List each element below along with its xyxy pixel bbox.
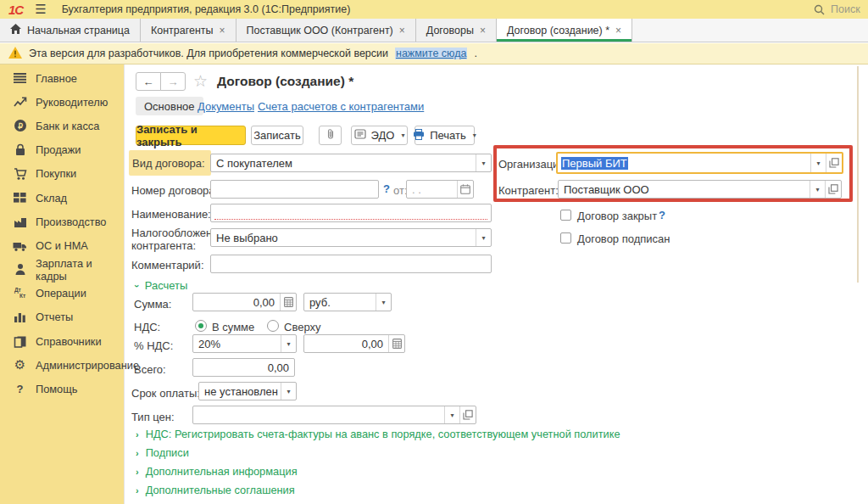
nav-forward-button[interactable]: → bbox=[160, 72, 186, 91]
tab-home[interactable]: Начальная страница bbox=[0, 19, 141, 42]
form-scrollbar[interactable] bbox=[857, 66, 859, 283]
sidebar-item-zarplata-i-kadry[interactable]: Зарплата и кадры bbox=[0, 258, 124, 282]
open-link-icon[interactable] bbox=[825, 181, 841, 198]
sidebar-item-pokupki[interactable]: Покупки bbox=[0, 162, 124, 186]
vat-label: НДС: bbox=[134, 321, 160, 333]
open-link-icon[interactable] bbox=[826, 154, 842, 172]
tab-kontragenty[interactable]: Контрагенты × bbox=[141, 19, 236, 42]
chevron-down-icon[interactable]: ▾ bbox=[476, 154, 491, 171]
contract-closed-checkbox[interactable] bbox=[560, 210, 571, 221]
close-icon[interactable]: × bbox=[480, 25, 486, 36]
nav-back-button[interactable]: ← bbox=[136, 72, 161, 91]
sidebar-item-glavnoe[interactable]: Главное bbox=[0, 66, 124, 90]
save-and-close-button[interactable]: Записать и закрыть bbox=[136, 126, 246, 145]
help-icon[interactable]: ? bbox=[659, 209, 665, 221]
price-type-input[interactable]: ▾ bbox=[192, 406, 476, 424]
cart-icon bbox=[13, 167, 27, 181]
sidebar-item-label: Покупки bbox=[36, 167, 76, 180]
svg-text:₽: ₽ bbox=[18, 122, 23, 131]
help-icon[interactable]: ? bbox=[383, 182, 390, 195]
gear-icon: ⚙ bbox=[13, 358, 27, 372]
close-icon[interactable]: × bbox=[399, 25, 405, 36]
print-button[interactable]: Печать ▾ bbox=[415, 126, 475, 145]
form-tab-osnovnoe[interactable]: Основное bbox=[136, 97, 203, 115]
calculations-section-toggle[interactable]: › Расчеты bbox=[136, 279, 187, 292]
close-icon[interactable]: × bbox=[220, 25, 225, 36]
form-tab-scheta-raschetov[interactable]: Счета расчетов с контрагентами bbox=[258, 100, 424, 113]
chevron-down-icon[interactable]: ▾ bbox=[281, 335, 296, 352]
tab-dogovory[interactable]: Договоры × bbox=[416, 19, 497, 42]
sidebar-item-pomoshch[interactable]: ? Помощь bbox=[0, 377, 124, 400]
currency-select[interactable]: руб. ▾ bbox=[303, 293, 392, 311]
expander-dop-informaciya[interactable]: › Дополнительная информация bbox=[136, 465, 298, 478]
sidebar-item-prodazhi[interactable]: Продажи bbox=[0, 138, 124, 162]
sidebar-item-label: Отчеты bbox=[36, 311, 73, 323]
favorite-star-icon[interactable]: ☆ bbox=[193, 71, 208, 91]
contract-signed-checkbox[interactable] bbox=[560, 232, 571, 244]
expander-vat-invoices[interactable]: › НДС: Регистрировать счета-фактуры на а… bbox=[136, 428, 620, 440]
sidebar-item-label: ОС и НМА bbox=[36, 239, 88, 252]
chevron-down-icon[interactable]: ▾ bbox=[810, 181, 825, 198]
sidebar-item-proizvodstvo[interactable]: Производство bbox=[0, 210, 124, 233]
payment-term-select[interactable]: не установлен ▾ bbox=[198, 382, 297, 400]
open-link-icon[interactable] bbox=[459, 406, 476, 423]
chevron-down-icon[interactable]: ▾ bbox=[476, 229, 491, 246]
contract-number-input[interactable] bbox=[210, 180, 379, 199]
sidebar-item-operacii[interactable]: ДтКт Операции bbox=[0, 282, 124, 305]
taxation-select[interactable]: Не выбрано ▾ bbox=[210, 228, 492, 247]
counterparty-select[interactable]: Поставщик ООО ▾ bbox=[558, 180, 842, 199]
vat-on-top-radio[interactable] bbox=[267, 320, 279, 332]
contract-date-input[interactable]: . . bbox=[406, 180, 474, 199]
tab-label: Поставщик ООО (Контрагент) bbox=[247, 25, 393, 36]
amount-input[interactable]: 0,00 bbox=[192, 293, 297, 311]
global-search[interactable]: Поиск bbox=[812, 0, 868, 19]
close-icon[interactable]: × bbox=[615, 25, 621, 36]
vat-in-sum-radio[interactable] bbox=[195, 320, 207, 332]
chevron-down-icon[interactable]: ▾ bbox=[376, 294, 391, 311]
home-icon bbox=[10, 24, 21, 36]
warning-link[interactable]: нажмите сюда bbox=[395, 48, 467, 59]
trend-chart-icon bbox=[13, 95, 27, 109]
comment-input[interactable] bbox=[210, 255, 492, 273]
chevron-right-icon: › bbox=[136, 485, 139, 496]
sidebar-item-spravochniki[interactable]: Справочники bbox=[0, 329, 124, 353]
sidebar-item-rukovoditelyu[interactable]: Руководителю bbox=[0, 90, 124, 114]
chevron-down-icon[interactable]: ▾ bbox=[281, 383, 296, 400]
sidebar-item-sklad[interactable]: Склад bbox=[0, 186, 124, 210]
chevron-down-icon[interactable]: ▾ bbox=[810, 154, 826, 172]
tab-dogovor-sozdanie[interactable]: Договор (создание) * × bbox=[497, 19, 632, 42]
factory-icon bbox=[13, 215, 27, 228]
attach-button[interactable] bbox=[319, 126, 342, 145]
sidebar-item-os-i-nma[interactable]: ОС и НМА bbox=[0, 233, 124, 257]
organization-select[interactable]: Первый БИТ ▾ bbox=[556, 152, 843, 174]
tab-postavshchik[interactable]: Поставщик ООО (Контрагент) × bbox=[236, 19, 416, 42]
counterparty-label: Контрагент: bbox=[498, 184, 559, 197]
calendar-icon[interactable] bbox=[457, 181, 473, 198]
edo-button[interactable]: ЭДО ▾ bbox=[351, 126, 408, 145]
contract-signed-label: Договор подписан bbox=[577, 232, 670, 245]
vat-rate-select[interactable]: 20% ▾ bbox=[192, 334, 297, 353]
name-label: Наименование: bbox=[131, 208, 211, 221]
chevron-down-icon[interactable]: ▾ bbox=[444, 406, 459, 423]
main-menu-icon[interactable]: ☰ bbox=[35, 0, 46, 19]
expander-label: Подписи bbox=[146, 446, 189, 459]
calculator-icon[interactable] bbox=[388, 335, 404, 352]
sidebar-item-label: Руководителю bbox=[36, 96, 108, 109]
form-tab-dokumenty[interactable]: Документы bbox=[198, 100, 254, 113]
calculator-icon[interactable] bbox=[280, 294, 296, 311]
vat-amount-input[interactable]: 0,00 bbox=[303, 334, 405, 353]
truck-icon bbox=[13, 238, 27, 252]
expander-dop-soglasheniya[interactable]: › Дополнительные соглашения bbox=[136, 484, 295, 496]
contract-type-select[interactable]: С покупателем ▾ bbox=[210, 154, 492, 172]
vat-amount-value: 0,00 bbox=[304, 335, 388, 352]
sidebar-item-otchety[interactable]: Отчеты bbox=[0, 305, 124, 329]
sidebar-item-administrirovanie[interactable]: ⚙ Администрирование bbox=[0, 353, 124, 377]
1c-logo-icon: 1С bbox=[8, 3, 23, 17]
sidebar-item-bank-i-kassa[interactable]: ₽ Банк и касса bbox=[0, 114, 124, 137]
search-label: Поиск bbox=[831, 3, 860, 15]
name-input[interactable] bbox=[210, 204, 492, 222]
expander-label: Дополнительные соглашения bbox=[146, 484, 295, 496]
currency-value: руб. bbox=[304, 294, 376, 311]
save-button[interactable]: Записать bbox=[251, 126, 303, 145]
expander-podpisi[interactable]: › Подписи bbox=[136, 446, 189, 459]
